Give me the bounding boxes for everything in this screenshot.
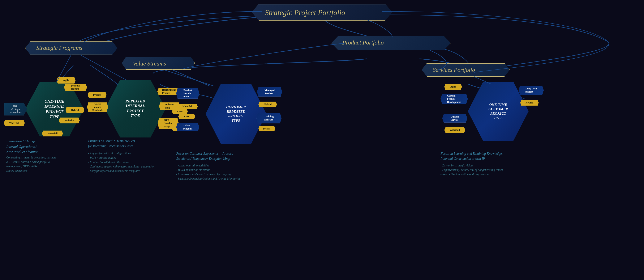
- custom-service-tag: CustomService: [442, 114, 467, 123]
- hybrid-tag-3: Hybrid: [520, 100, 539, 106]
- initiative-tag: Initiative: [59, 118, 80, 123]
- waterfall-tag-3: Waterfall: [444, 127, 465, 133]
- process-tag-1: Process: [88, 92, 106, 98]
- business-usual-text: Business as Usual = Template Setsfor Rec…: [88, 139, 135, 149]
- services-portfolio-text: Services Portfolio: [433, 67, 475, 73]
- managed-services-tag: ManagedServices: [257, 87, 282, 97]
- repeated-bullets: - Any project with all configurations- S…: [88, 151, 154, 173]
- hybrid-tag-1: Hybrid: [66, 107, 84, 113]
- hybrid-tag-2: Hybrid: [258, 102, 277, 107]
- svg-line-1: [80, 55, 126, 80]
- case-tag-2: Case: [178, 114, 195, 119]
- agile-tag-1: Agile: [57, 77, 76, 84]
- services-portfolio-node: Services Portfolio: [422, 63, 510, 77]
- value-streams-node: Value Streams: [122, 57, 195, 70]
- innovation-text: Innovation / ChangeInternal Operations /…: [6, 139, 38, 155]
- customer-bullets: - Assess operating activities- Billed by…: [176, 163, 281, 181]
- customer-focus-text: Focus on Customer Experience = ProcessSt…: [176, 151, 281, 161]
- agile-tag-2: Agile: [444, 84, 462, 90]
- internal-desc-text: Connecting strategy & execution, busines…: [6, 155, 56, 173]
- customer-bullets-2: - Driven by strategic vision- Explorator…: [440, 163, 541, 176]
- strategic-programs-text: Strategic Programs: [36, 45, 82, 51]
- epic-tag: epic -strategicor enabler: [4, 103, 27, 115]
- product-portfolio-node: Product Portfolio: [331, 36, 451, 50]
- learning-text: Focus on Learning and Retaining Knowledg…: [440, 151, 546, 161]
- case-tag-1: Case: [172, 109, 188, 114]
- training-tag: TrainingDelivery: [256, 113, 282, 123]
- product-install-tag: ProductInstall-ment: [176, 88, 199, 99]
- repeated-internal-title: REPEATEDINTERNALPROJECTTYPE: [120, 99, 151, 119]
- main-title-text: Strategic Project Portfolio: [265, 9, 345, 17]
- svg-line-3: [172, 70, 210, 86]
- assessment-tag: Assess-ment /Feedback: [87, 102, 108, 112]
- value-streams-text: Value Streams: [133, 60, 166, 67]
- waterfall-tag-bottom-1: Waterfall: [42, 131, 63, 136]
- one-time-customer-title: ONE-TIMECUSTOMERPROJECTTYPE: [484, 102, 512, 120]
- long-term-tag: Long termproject: [518, 86, 544, 95]
- repeated-internal-node: REPEATEDINTERNALPROJECTTYPE: [105, 80, 166, 137]
- product-feature-tag: productfeature: [64, 84, 87, 91]
- strategic-programs-node: Strategic Programs: [25, 41, 118, 55]
- custom-feature-tag: CustomFeatureDevelopment: [440, 94, 468, 104]
- product-portfolio-text: Product Portfolio: [342, 39, 384, 46]
- svg-line-2: [164, 70, 214, 86]
- customer-repeated-title: CUSTOMERREPEATEDPROJECTTYPE: [222, 105, 250, 123]
- customer-repeated-node: CUSTOMERREPEATEDPROJECTTYPE: [206, 84, 266, 144]
- ticket-tag: TicketMngmnt: [176, 123, 199, 131]
- waterfall-tag-left: Waterfall: [4, 120, 25, 126]
- waterfall-tag-2: Waterfall: [177, 104, 198, 109]
- process-tag-3: Process: [258, 126, 275, 131]
- main-title-node: Strategic Project Portfolio: [252, 4, 392, 21]
